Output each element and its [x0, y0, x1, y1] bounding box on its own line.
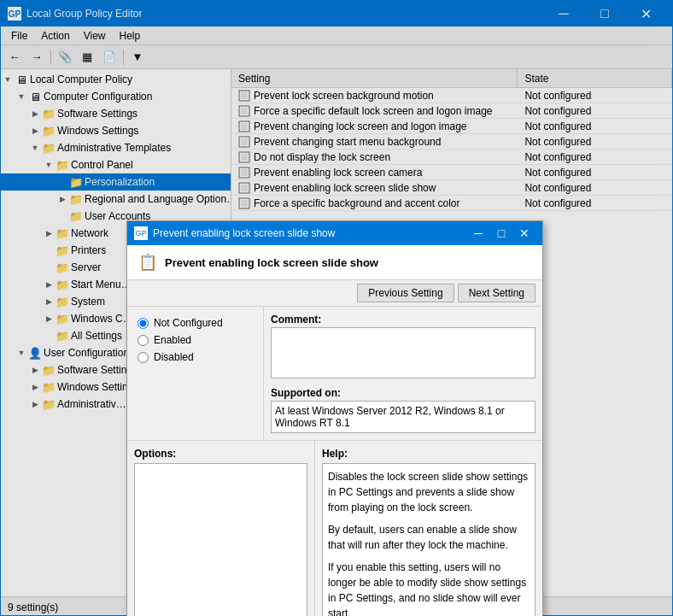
- dialog-title-controls: ─ □ ✕: [467, 224, 535, 243]
- dialog-nav: Previous Setting Next Setting: [127, 280, 542, 307]
- dialog-header-icon: 📋: [138, 252, 158, 273]
- radio-input-enabled[interactable]: [138, 335, 149, 346]
- options-label: Options:: [134, 448, 307, 460]
- comment-label: Comment:: [271, 314, 535, 326]
- previous-setting-button[interactable]: Previous Setting: [357, 284, 454, 302]
- dialog-overlay: GP Prevent enabling lock screen slide sh…: [0, 0, 673, 616]
- dialog-title-bar: GP Prevent enabling lock screen slide sh…: [127, 221, 542, 245]
- radio-item-enabled[interactable]: Enabled: [138, 334, 253, 346]
- dialog-title-text: Prevent enabling lock screen slide show: [153, 227, 467, 239]
- help-panel: Help: Disables the lock screen slide sho…: [315, 441, 542, 616]
- help-label: Help:: [322, 448, 535, 460]
- radio-label-enabled: Enabled: [154, 334, 191, 346]
- dialog-header-title: Prevent enabling lock screen slide show: [165, 256, 378, 269]
- radio-label-disabled: Disabled: [154, 351, 194, 363]
- dialog-lower-panel: Options: Help: Disables the lock screen …: [127, 440, 542, 616]
- policy-dialog: GP Prevent enabling lock screen slide sh…: [126, 220, 543, 616]
- next-setting-button[interactable]: Next Setting: [458, 284, 535, 302]
- radio-label-not-configured: Not Configured: [154, 317, 223, 329]
- options-panel: Options:: [127, 441, 315, 616]
- radio-group: Not ConfiguredEnabledDisabled: [138, 317, 253, 363]
- radio-input-disabled[interactable]: [138, 352, 149, 363]
- help-text: Disables the lock screen slide show sett…: [322, 463, 535, 616]
- comment-textarea[interactable]: [271, 327, 535, 378]
- dialog-icon: GP: [134, 226, 148, 240]
- supported-label: Supported on:: [271, 387, 535, 399]
- dialog-close-button[interactable]: ✕: [513, 224, 535, 243]
- comment-section: Comment:: [271, 314, 535, 378]
- dialog-body: Not ConfiguredEnabledDisabled Comment: S…: [127, 307, 542, 440]
- radio-item-disabled[interactable]: Disabled: [138, 351, 253, 363]
- dialog-right-panel: Comment: Supported on: At least Windows …: [264, 307, 542, 440]
- help-paragraph: If you enable this setting, users will n…: [328, 560, 530, 616]
- supported-text: At least Windows Server 2012 R2, Windows…: [271, 401, 535, 433]
- dialog-minimize-button[interactable]: ─: [467, 224, 489, 243]
- options-area: [134, 463, 307, 616]
- radio-input-not-configured[interactable]: [138, 318, 149, 329]
- radio-item-not-configured[interactable]: Not Configured: [138, 317, 253, 329]
- help-paragraph: By default, users can enable a slide sho…: [328, 522, 530, 553]
- dialog-radio-panel: Not ConfiguredEnabledDisabled: [127, 307, 264, 440]
- dialog-maximize-button[interactable]: □: [490, 224, 512, 243]
- dialog-header: 📋 Prevent enabling lock screen slide sho…: [127, 245, 542, 280]
- supported-section: Supported on: At least Windows Server 20…: [271, 387, 535, 433]
- help-paragraph: Disables the lock screen slide show sett…: [328, 469, 530, 515]
